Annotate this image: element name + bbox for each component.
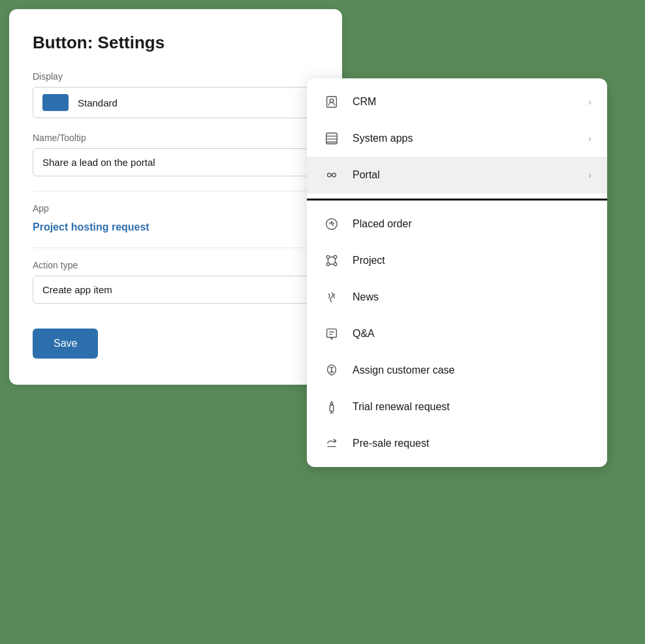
project-label: Project [353, 255, 591, 266]
display-value: Standard [78, 97, 118, 108]
placed-order-icon [322, 215, 341, 233]
action-type-input[interactable] [33, 276, 319, 304]
portal-chevron: › [588, 170, 591, 180]
dropdown-item-qa[interactable]: Q&A [307, 315, 607, 352]
pre-sale-request-icon [322, 434, 341, 453]
trial-renewal-request-icon [322, 398, 341, 416]
dropdown-item-assign-customer-case[interactable]: Assign customer case [307, 352, 607, 389]
svg-rect-17 [327, 329, 337, 338]
portal-label: Portal [353, 169, 583, 181]
portal-icon [322, 166, 341, 184]
app-dropdown: CRM › System apps › [307, 78, 607, 467]
system-apps-icon [322, 129, 341, 148]
save-button[interactable]: Save [33, 329, 98, 359]
dropdown-item-portal[interactable]: Portal › [307, 157, 607, 193]
pre-sale-request-label: Pre-sale request [353, 438, 591, 449]
dropdown-item-placed-order[interactable]: Placed order [307, 206, 607, 242]
display-color-swatch [42, 94, 69, 111]
divider-1 [33, 191, 319, 191]
divider-2 [33, 248, 319, 248]
svg-point-10 [334, 255, 337, 259]
svg-point-11 [326, 263, 330, 266]
name-tooltip-field-group: Name/Tooltip [33, 133, 319, 176]
trial-renewal-request-label: Trial renewal request [353, 401, 591, 413]
svg-rect-22 [330, 405, 334, 411]
project-icon [322, 251, 341, 270]
svg-point-6 [328, 173, 332, 177]
dropdown-item-system-apps[interactable]: System apps › [307, 120, 607, 157]
qa-label: Q&A [353, 328, 591, 340]
svg-point-7 [332, 173, 336, 177]
display-label: Display [33, 71, 319, 82]
app-value[interactable]: Project hosting request [33, 219, 319, 233]
dropdown-item-news[interactable]: News [307, 279, 607, 315]
qa-icon [322, 325, 341, 343]
action-type-label: Action type [33, 260, 319, 270]
svg-point-1 [330, 99, 334, 103]
news-label: News [353, 291, 591, 303]
dropdown-item-crm[interactable]: CRM › [307, 84, 607, 120]
name-tooltip-label: Name/Tooltip [33, 133, 319, 143]
dropdown-item-pre-sale-request[interactable]: Pre-sale request [307, 425, 607, 462]
system-apps-chevron: › [588, 133, 591, 144]
app-label: App [33, 203, 319, 214]
svg-point-20 [331, 338, 332, 339]
panel-title: Button: Settings [33, 33, 319, 53]
dropdown-item-trial-renewal-request[interactable]: Trial renewal request [307, 389, 607, 425]
dropdown-item-project[interactable]: Project [307, 242, 607, 279]
dropdown-bottom-section: Placed order Project [307, 201, 607, 467]
name-tooltip-input[interactable] [33, 148, 319, 176]
action-type-field-group: Action type [33, 260, 319, 304]
app-field-group: App Project hosting request [33, 203, 319, 233]
display-selector[interactable]: Standard [33, 87, 319, 118]
crm-icon [322, 93, 341, 111]
news-icon [322, 288, 341, 306]
display-field-group: Display Standard [33, 71, 319, 118]
svg-point-12 [334, 263, 337, 266]
dropdown-top-section: CRM › System apps › [307, 78, 607, 201]
svg-rect-0 [327, 97, 337, 108]
svg-point-9 [326, 255, 330, 259]
assign-customer-case-label: Assign customer case [353, 364, 591, 376]
crm-label: CRM [353, 96, 583, 108]
crm-chevron: › [588, 97, 591, 107]
placed-order-label: Placed order [353, 218, 591, 230]
settings-panel: Button: Settings Display Standard Name/T… [9, 9, 342, 385]
assign-customer-case-icon [322, 361, 341, 379]
system-apps-label: System apps [353, 133, 583, 144]
